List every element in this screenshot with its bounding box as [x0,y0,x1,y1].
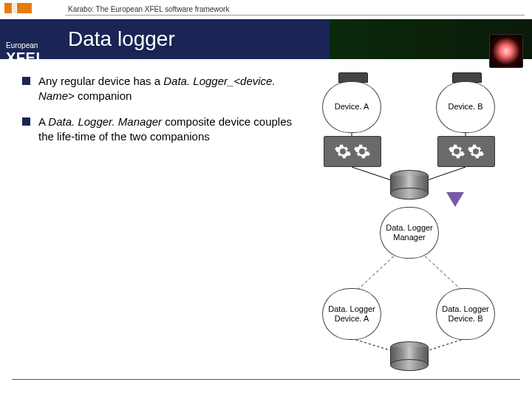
gear-icon [334,143,352,160]
node-datalogger-manager: Data. LoggerManager [380,207,439,259]
kicker-text: Karabo: The European XFEL software frame… [65,4,525,16]
database-icon [390,341,429,369]
bullet-item: Any regular device has a Data. Logger_<d… [22,74,303,104]
decorative-probe-image [489,34,523,68]
architecture-diagram: Device. A Device. B Data. LoggerManager … [318,74,525,355]
gear-panel [324,136,381,167]
title-bar: European XFEL Data logger [0,19,532,59]
svg-line-2 [352,167,396,182]
node-datalogger-device-b: Data. LoggerDevice. B [436,288,495,340]
xfel-logo: European XFEL [1,21,64,78]
footer-divider [12,379,520,380]
svg-line-6 [352,338,395,352]
slide-title: Data logger [68,27,175,51]
bullet-list: Any regular device has a Data. Logger_<d… [22,74,303,154]
node-device-b: Device. B [436,81,495,133]
node-device-a: Device. A [322,81,381,133]
svg-line-7 [424,338,466,352]
gear-icon [467,143,485,160]
bullet-item: A Data. Logger. Manager composite device… [22,115,303,145]
database-icon [390,170,429,198]
logo-accent [4,3,46,15]
node-datalogger-device-a: Data. LoggerDevice. A [322,288,381,340]
triangle-marker [446,192,464,207]
svg-line-4 [358,253,398,290]
svg-line-5 [421,253,461,290]
gear-panel [437,136,495,167]
gear-icon [353,143,371,160]
gear-icon [448,143,466,160]
svg-line-3 [423,167,466,182]
